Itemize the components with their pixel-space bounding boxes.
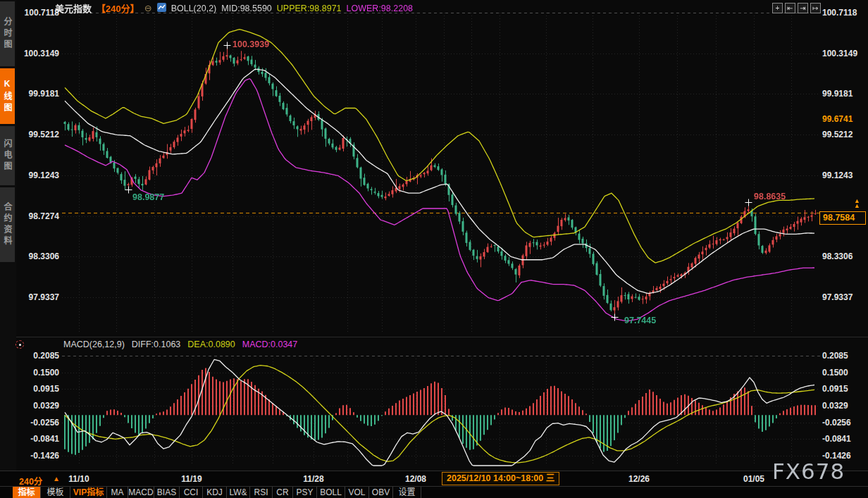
- sidebar-tab-tick-chart[interactable]: 闪电图: [0, 126, 15, 185]
- toolbar-kdj-button[interactable]: KDJ: [203, 487, 227, 498]
- toolbar-macd-button[interactable]: MACD: [128, 487, 154, 498]
- date-label: 11/19: [181, 474, 202, 484]
- price-extreme-label: 97.7445: [624, 316, 656, 325]
- boll-upper-value: UPPER:98.8971: [277, 4, 342, 13]
- chart-header: 美元指数 【240分】 ⊖ BOLL(20,2) MID:98.5590 UPP…: [55, 2, 413, 14]
- price-extreme-label: 98.9877: [132, 192, 164, 202]
- price-up-arrow-icon: ▲▲: [854, 199, 860, 208]
- macd-tick-right: 0.1500: [822, 368, 864, 378]
- macd-canvas[interactable]: [62, 351, 820, 466]
- macd-marker-icon[interactable]: [16, 340, 24, 349]
- toolbar-obv-button[interactable]: OBV: [369, 487, 393, 498]
- macd-tick-left: -0.0256: [17, 418, 59, 428]
- date-label: 12/08: [405, 474, 426, 484]
- toolbar-indicator-button[interactable]: 指标: [13, 487, 41, 498]
- toolbar-template-button[interactable]: 模板: [41, 487, 70, 498]
- main-candlestick-canvas[interactable]: [62, 6, 820, 337]
- period-label[interactable]: 【240分】: [97, 1, 140, 15]
- fit-right-icon[interactable]: ⇥: [798, 3, 808, 13]
- fit-left-icon[interactable]: ⇤: [785, 3, 795, 13]
- price-extreme-label: 98.8635: [754, 192, 786, 201]
- price-tick-right: 100.7118: [822, 8, 864, 18]
- date-label: 11/28: [303, 474, 323, 484]
- toolbar-rsi-button[interactable]: RSI: [250, 487, 273, 498]
- price-tick-right: 100.3149: [822, 49, 864, 58]
- toolbar-lwr-button[interactable]: LW&: [227, 487, 250, 498]
- ref-price-label: 99.6741: [822, 114, 852, 124]
- left-sidebar: 分时图K线图闪电图合约资料: [0, 0, 16, 498]
- macd-tick-right: 0.0915: [822, 384, 864, 394]
- boll-lower-value: LOWER:98.2208: [347, 4, 414, 13]
- indicator-toolbar: 指标模板VIP指标MAMACDBIASCCIKDJLW&RSICRPSYBOLL…: [0, 486, 868, 498]
- pan-right-icon[interactable]: ↦: [810, 3, 821, 13]
- macd-tick-left: 0.0915: [17, 384, 59, 394]
- toolbar-settings-button[interactable]: 设置: [393, 487, 421, 498]
- trading-terminal: 分时图K线图闪电图合约资料 美元指数 【240分】 ⊖ BOLL(20,2) M…: [0, 0, 868, 498]
- price-tick-left: 99.5212: [17, 130, 59, 139]
- time-axis: 240分 ▲ 11/1011/1911/2812/0812/2601/05 20…: [0, 471, 868, 486]
- boll-mid-value: MID:98.5590: [221, 4, 272, 13]
- macd-tick-left: 0.2085: [17, 351, 59, 361]
- sidebar-tab-kline-chart[interactable]: K线图: [0, 68, 15, 124]
- price-tick-left: 100.7118: [17, 8, 59, 18]
- macd-name-label[interactable]: MACD(26,12,9): [63, 340, 125, 349]
- price-tick-left: 98.7274: [17, 211, 59, 221]
- macd-tick-right: -0.0841: [822, 434, 864, 444]
- toolbar-ma-button[interactable]: MA: [107, 487, 128, 498]
- price-tick-left: 98.3306: [17, 251, 59, 261]
- fx678-watermark: FX678: [772, 459, 845, 484]
- symbol-title: 美元指数: [55, 1, 92, 15]
- macd-tick-left: 0.0329: [17, 401, 59, 411]
- toolbar-cr-button[interactable]: CR: [273, 487, 293, 498]
- macd-tick-right: 0.0329: [822, 401, 864, 411]
- macd-tick-left: -0.1426: [17, 451, 59, 461]
- price-tick-right: 99.5212: [822, 130, 864, 139]
- pane-divider: [16, 337, 868, 337]
- toolbar-vip-indicator-button[interactable]: VIP指标: [70, 487, 107, 498]
- price-tick-left: 100.3149: [17, 49, 59, 58]
- macd-tick-right: 0.2085: [822, 351, 864, 361]
- macd-diff-value: DIFF:0.1063: [132, 340, 180, 349]
- toolbar-bias-button[interactable]: BIAS: [154, 487, 180, 498]
- period-dropdown-arrow-icon[interactable]: ▲: [53, 475, 60, 483]
- macd-macd-value: MACD:0.0347: [242, 340, 298, 349]
- macd-tick-right: -0.0256: [822, 418, 864, 428]
- toolbar-boll-button[interactable]: BOLL: [317, 487, 345, 498]
- macd-tick-left: -0.0841: [17, 434, 59, 444]
- price-tick-right: 99.9181: [822, 89, 864, 99]
- price-tick-right: 98.3306: [822, 251, 864, 261]
- price-tick-right: 99.1243: [822, 170, 864, 180]
- current-price-box: 98.7584: [819, 211, 866, 225]
- macd-tick-left: 0.1500: [17, 368, 59, 378]
- window-tool-icons: +⇤⇥↦: [772, 3, 821, 13]
- price-tick-right: 97.9337: [822, 292, 864, 302]
- macd-dea-value: DEA:0.0890: [187, 340, 235, 349]
- crosshair-icon[interactable]: +: [772, 3, 783, 13]
- price-tick-left: 97.9337: [17, 292, 59, 302]
- indicator-chart-icon: [157, 3, 166, 14]
- boll-label[interactable]: BOLL(20,2): [171, 4, 217, 13]
- price-tick-left: 99.9181: [17, 89, 59, 99]
- date-label: 01/05: [743, 474, 764, 484]
- date-label: 12/26: [628, 474, 650, 484]
- date-label: 11/10: [68, 474, 89, 484]
- price-extreme-label: 100.3939: [232, 39, 269, 49]
- crosshair-date-box: 2025/12/10 14:00~18:00 三: [442, 472, 559, 485]
- collapse-icon[interactable]: ⊖: [144, 3, 152, 13]
- price-tick-left: 99.1243: [17, 170, 59, 180]
- sidebar-tab-contract-info[interactable]: 合约资料: [0, 187, 15, 262]
- macd-header: MACD(26,12,9) DIFF:0.1063 DEA:0.0890 MAC…: [63, 340, 297, 349]
- toolbar-vol-button[interactable]: VOL: [345, 487, 369, 498]
- toolbar-psy-button[interactable]: PSY: [293, 487, 317, 498]
- sidebar-tab-time-share-chart[interactable]: 分时图: [0, 1, 15, 66]
- toolbar-cci-button[interactable]: CCI: [180, 487, 203, 498]
